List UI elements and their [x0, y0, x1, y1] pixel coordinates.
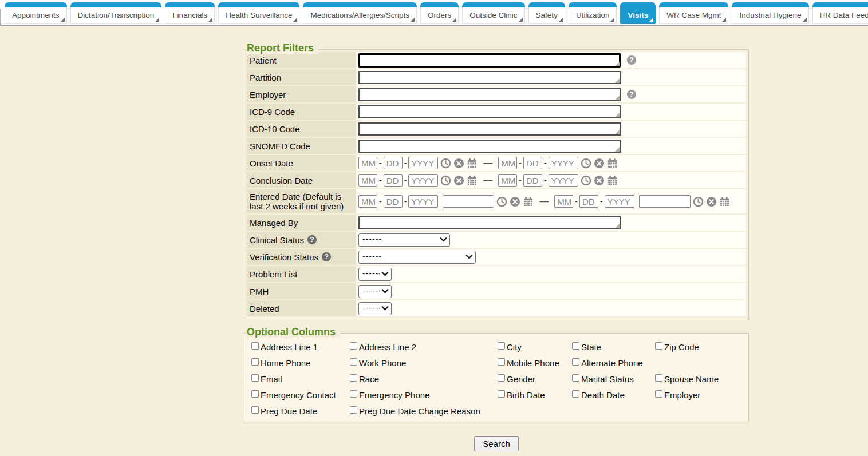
- onset-date-to-day-input[interactable]: [523, 157, 542, 169]
- clock-icon[interactable]: [693, 196, 704, 207]
- conclusion-date-to-day-input[interactable]: [523, 174, 542, 187]
- employer-field-wrap: [358, 88, 621, 101]
- checkbox-work-phone[interactable]: [350, 358, 357, 366]
- patient-input[interactable]: [358, 53, 621, 68]
- entered-date-default-is-last-2-weeks-if-not-given-from-time-input[interactable]: [443, 195, 494, 208]
- managed-by-input[interactable]: [358, 216, 621, 229]
- checkbox-state[interactable]: [572, 342, 579, 350]
- tab-financials[interactable]: Financials: [165, 2, 215, 24]
- checkbox-preg-due-date[interactable]: [251, 406, 259, 414]
- entered-date-default-is-last-2-weeks-if-not-given-from-year-input[interactable]: [408, 195, 438, 208]
- onset-date-to-year-input[interactable]: [549, 157, 578, 169]
- checkbox-email[interactable]: [251, 374, 259, 382]
- clock-icon[interactable]: [440, 175, 451, 186]
- verification-status-select[interactable]: ------: [358, 251, 476, 264]
- checkbox-marital-status[interactable]: [572, 374, 579, 382]
- checkbox-alternate-phone[interactable]: [572, 358, 579, 366]
- checkbox-birth-date[interactable]: [498, 390, 505, 398]
- entered-date-default-is-last-2-weeks-if-not-given-label-text: Entered Date (Default is last 2 weeks if…: [250, 192, 353, 211]
- clear-icon[interactable]: [594, 158, 605, 169]
- checkbox-mobile-phone[interactable]: [498, 358, 505, 366]
- clock-icon[interactable]: [496, 196, 507, 207]
- help-icon[interactable]: ?: [626, 55, 637, 65]
- checkbox-spouse-name[interactable]: [655, 374, 662, 382]
- tab-industrial-hygiene[interactable]: Industrial Hygiene: [732, 2, 808, 24]
- conclusion-date-from-month-input[interactable]: [358, 174, 377, 187]
- onset-date-from-month-input[interactable]: [358, 157, 377, 169]
- checkbox-race[interactable]: [350, 374, 357, 382]
- clear-icon[interactable]: [594, 175, 605, 186]
- icd-10-code-input[interactable]: [358, 122, 621, 136]
- filter-label-verification-status: Verification Status?: [247, 249, 356, 265]
- partition-input[interactable]: [358, 71, 621, 84]
- entered-date-default-is-last-2-weeks-if-not-given-from-month-input[interactable]: [358, 195, 377, 208]
- entered-date-default-is-last-2-weeks-if-not-given-to-month-input[interactable]: [554, 195, 573, 208]
- clock-icon[interactable]: [440, 158, 451, 169]
- clear-icon[interactable]: [706, 196, 717, 207]
- checkbox-employer[interactable]: [655, 390, 662, 398]
- onset-date-to-month-input[interactable]: [498, 157, 517, 169]
- tab-safety[interactable]: Safety: [528, 2, 565, 24]
- tab-outside-clinic[interactable]: Outside Clinic: [462, 2, 524, 24]
- pmh-select[interactable]: ------: [358, 285, 392, 298]
- clock-icon[interactable]: [581, 175, 591, 186]
- tab-health-surveillance[interactable]: Health Surveillance: [218, 2, 299, 24]
- resize-grip-icon[interactable]: [615, 147, 620, 152]
- conclusion-date-to-month-input[interactable]: [498, 174, 517, 187]
- checkbox-city[interactable]: [498, 342, 505, 350]
- onset-date-from-day-input[interactable]: [384, 157, 403, 169]
- tab-wr-case-mgmt[interactable]: WR Case Mgmt: [659, 2, 728, 24]
- calendar-icon[interactable]: [467, 158, 478, 169]
- clear-icon[interactable]: [453, 175, 464, 186]
- deleted-select[interactable]: ------: [358, 302, 392, 315]
- employer-input[interactable]: [358, 88, 621, 101]
- conclusion-date-to-year-input[interactable]: [549, 174, 578, 187]
- clear-icon[interactable]: [510, 196, 520, 207]
- calendar-icon[interactable]: [607, 175, 618, 186]
- icd-9-code-input[interactable]: [358, 105, 621, 118]
- clock-icon[interactable]: [581, 158, 591, 169]
- entered-date-default-is-last-2-weeks-if-not-given-to-day-input[interactable]: [579, 195, 598, 208]
- checkbox-emergency-contact[interactable]: [251, 390, 259, 398]
- tab-visits[interactable]: Visits: [620, 2, 656, 24]
- calendar-icon[interactable]: [523, 196, 534, 207]
- resize-grip-icon[interactable]: [615, 130, 620, 134]
- calendar-icon[interactable]: [607, 158, 618, 169]
- tab-utilization[interactable]: Utilization: [569, 2, 617, 24]
- entered-date-default-is-last-2-weeks-if-not-given-to-year-input[interactable]: [605, 195, 634, 208]
- clinical-status-select[interactable]: ------: [358, 233, 450, 247]
- search-button[interactable]: Search: [474, 436, 519, 451]
- resize-grip-icon[interactable]: [615, 96, 620, 100]
- resize-grip-icon[interactable]: [615, 224, 620, 228]
- tab-appointments[interactable]: Appointments: [5, 2, 67, 24]
- tab-medications-allergies-scripts[interactable]: Medications/Allergies/Scripts: [303, 2, 417, 24]
- clear-icon[interactable]: [453, 158, 464, 169]
- calendar-icon[interactable]: [719, 196, 730, 207]
- entered-date-default-is-last-2-weeks-if-not-given-to-time-input[interactable]: [639, 195, 691, 208]
- filter-field-snomed-code: [357, 138, 746, 154]
- tab-orders[interactable]: Orders: [420, 2, 459, 24]
- checkbox-preg-due-date-change-reason[interactable]: [350, 406, 357, 414]
- help-icon[interactable]: ?: [321, 252, 332, 262]
- checkbox-zip-code[interactable]: [655, 342, 662, 350]
- checkbox-emergency-phone[interactable]: [350, 390, 357, 398]
- checkbox-home-phone[interactable]: [251, 358, 259, 366]
- checkbox-death-date[interactable]: [572, 390, 579, 398]
- conclusion-date-from-year-input[interactable]: [408, 174, 438, 187]
- help-icon[interactable]: ?: [626, 89, 637, 100]
- problem-list-select[interactable]: ------: [358, 268, 392, 281]
- conclusion-date-from-day-input[interactable]: [384, 174, 403, 187]
- tab-dictation-transcription[interactable]: Dictation/Transcription: [70, 2, 162, 24]
- resize-grip-icon[interactable]: [615, 62, 620, 66]
- onset-date-from-year-input[interactable]: [408, 157, 438, 169]
- calendar-icon[interactable]: [467, 175, 478, 186]
- checkbox-address-line-1[interactable]: [251, 342, 259, 350]
- entered-date-default-is-last-2-weeks-if-not-given-from-day-input[interactable]: [384, 195, 403, 208]
- checkbox-address-line-2[interactable]: [350, 342, 357, 350]
- resize-grip-icon[interactable]: [615, 78, 620, 83]
- resize-grip-icon[interactable]: [615, 113, 620, 117]
- tab-hr-data-feed[interactable]: HR Data Feed: [812, 2, 868, 24]
- help-icon[interactable]: ?: [307, 235, 317, 245]
- snomed-code-input[interactable]: [358, 140, 621, 153]
- checkbox-gender[interactable]: [498, 374, 505, 382]
